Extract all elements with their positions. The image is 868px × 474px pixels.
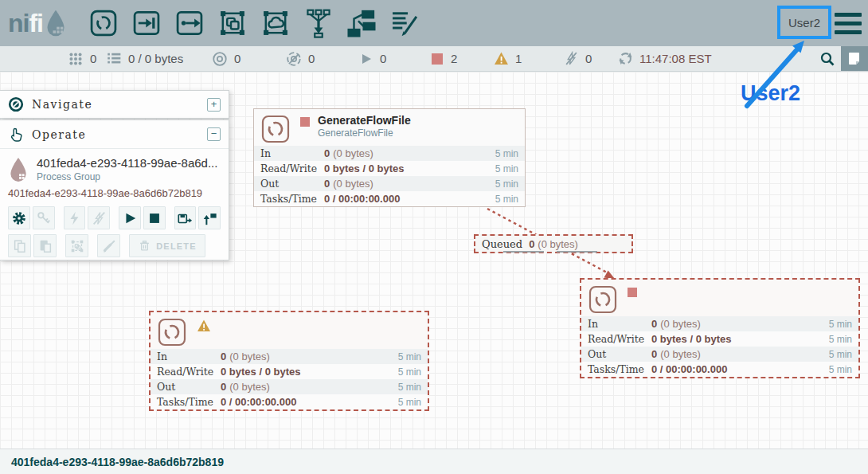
configuration-button[interactable] [8, 206, 30, 229]
save-template-button[interactable] [174, 206, 197, 229]
stat-window: 5 min [495, 148, 518, 159]
not-transmitting-count: 0 [308, 52, 315, 65]
upload-template-button[interactable] [198, 206, 221, 229]
stat-row-out: Out 0 (0 bytes) 5 min [581, 347, 858, 362]
stat-value: 0 bytes / 0 bytes [324, 163, 404, 174]
operate-collapse-button[interactable]: − [207, 127, 221, 141]
stat-value-detail: (0 bytes) [333, 147, 373, 159]
operate-selection: 401feda4-e293-4118-99ae-8a6d... Process … [0, 149, 229, 184]
logo-text-fi: fi [29, 9, 43, 38]
queued-bytes: (0 bytes) [538, 238, 578, 250]
processor-invalid[interactable]: In 0 (0 bytes) 5 min Read/Write 0 bytes … [149, 311, 429, 411]
annotation-user2-text: User2 [741, 81, 800, 106]
selection-name: 401feda4-e293-4118-99ae-8a6d... [37, 156, 217, 170]
stat-value: 0 [651, 348, 657, 360]
template-icon[interactable] [346, 7, 377, 39]
funnel-icon[interactable] [303, 7, 334, 39]
queued-count: 0 [529, 238, 534, 250]
search-button[interactable] [814, 46, 841, 71]
stat-label: Tasks/Time [260, 193, 324, 205]
stat-value: 0 [221, 351, 226, 362]
delete-button[interactable]: DELETE [129, 234, 205, 257]
invalid-count: 1 [515, 52, 522, 65]
group-button[interactable] [65, 234, 88, 257]
stat-window: 5 min [495, 178, 518, 190]
stat-window: 5 min [495, 163, 518, 174]
processor-stats: In 0 (0 bytes) 5 min Read/Write 0 bytes … [581, 316, 858, 377]
stat-value: 0 [221, 381, 226, 393]
disable-button[interactable] [88, 206, 110, 229]
invalid-warning-icon [197, 319, 211, 333]
processor-header [151, 312, 428, 349]
fill-color-button[interactable] [97, 234, 120, 257]
compass-icon [8, 96, 24, 112]
selection-type: Process Group [37, 171, 217, 182]
nifi-logo: nifi [8, 6, 67, 40]
bulletin-board-button[interactable] [841, 46, 868, 71]
connection-queued-label[interactable]: Queued 0 (0 bytes) [474, 234, 633, 253]
current-user-button[interactable]: User2 [777, 6, 831, 39]
upload-template-icon [201, 210, 217, 226]
queued-status: 0 / 0 bytes [106, 46, 183, 71]
stat-value: 0 / 00:00:00.000 [651, 363, 727, 375]
global-menu-icon[interactable] [835, 13, 862, 34]
processor-header [581, 280, 858, 316]
paste-button[interactable] [33, 234, 57, 257]
trash-icon [138, 239, 151, 253]
stat-row-in: In 0 (0 bytes) 5 min [581, 316, 858, 331]
transmitting-icon [212, 51, 228, 67]
stat-window: 5 min [495, 194, 518, 205]
refresh-icon[interactable] [618, 51, 633, 66]
nifi-app: nifi [0, 0, 868, 474]
flow-canvas[interactable]: Navigate + Operate − 401feda4-e293-4118-… [0, 72, 868, 449]
lightning-icon [66, 210, 82, 226]
save-template-icon [177, 210, 193, 226]
label-icon[interactable] [389, 7, 420, 39]
enable-button[interactable] [64, 206, 86, 229]
active-threads-count: 0 [90, 52, 96, 65]
processor-stamp-icon [260, 114, 291, 144]
output-port-icon[interactable] [174, 7, 205, 39]
stat-label: Out [588, 348, 651, 360]
stop-button[interactable] [143, 206, 166, 229]
stat-value-detail: (0 bytes) [229, 351, 270, 362]
copy-button[interactable] [8, 234, 31, 257]
stat-row-tasks: Tasks/Time 0 / 00:00:00.000 5 min [581, 362, 858, 377]
stat-row-readwrite: Read/Write 0 bytes / 0 bytes 5 min [254, 161, 525, 176]
active-threads-status: 0 [68, 46, 96, 71]
running-play-icon [359, 52, 373, 66]
last-refresh-time: 11:47:08 EST [639, 52, 712, 65]
transmitting-count: 0 [234, 52, 240, 65]
navigate-header: Navigate + [0, 91, 229, 118]
swap-tick [503, 250, 544, 253]
nifi-droplet-icon [45, 9, 67, 37]
component-toolbar [88, 7, 420, 39]
stat-row-in: In 0 (0 bytes) 5 min [151, 349, 428, 364]
breadcrumb[interactable]: 401feda4-e293-4118-99ae-8a6d6b72b819 [11, 456, 224, 468]
input-port-icon[interactable] [131, 7, 162, 39]
search-icon [819, 51, 835, 67]
access-policies-button[interactable] [33, 206, 55, 229]
process-group-icon[interactable] [217, 7, 248, 39]
navigate-expand-button[interactable]: + [207, 98, 221, 112]
selection-id: 401feda4-e293-4118-99ae-8a6d6b72b819 [0, 184, 229, 204]
navigate-title: Navigate [32, 98, 207, 111]
processor-icon[interactable] [88, 7, 119, 39]
stat-value: 0 bytes / 0 bytes [221, 366, 300, 378]
processor-unnamed[interactable]: In 0 (0 bytes) 5 min Read/Write 0 bytes … [580, 278, 860, 378]
operate-panel: Operate − 401feda4-e293-4118-99ae-8a6d..… [0, 119, 229, 261]
stat-label: Read/Write [260, 163, 324, 174]
footer-breadcrumb-bar: 401feda4-e293-4118-99ae-8a6d6b72b819 [0, 449, 868, 474]
transmitting-status: 0 [212, 46, 240, 71]
stat-value: 0 bytes / 0 bytes [651, 333, 731, 345]
stat-value: 0 [651, 318, 657, 330]
stat-value: 0 / 00:00:00.000 [324, 193, 400, 205]
stat-window: 5 min [398, 351, 421, 362]
stat-row-readwrite: Read/Write 0 bytes / 0 bytes 5 min [151, 364, 428, 379]
processor-generateflowfile[interactable]: GenerateFlowFile GenerateFlowFile In 0 (… [253, 108, 526, 207]
current-user-label: User2 [788, 16, 820, 29]
disabled-count: 0 [585, 52, 592, 65]
remote-process-group-icon[interactable] [260, 7, 291, 39]
stat-window: 5 min [829, 334, 852, 345]
start-button[interactable] [119, 206, 141, 229]
